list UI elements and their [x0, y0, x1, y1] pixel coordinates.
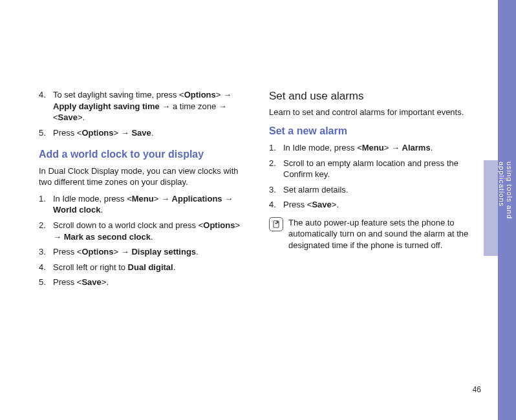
step-number: 1. [39, 193, 53, 216]
key: Menu [362, 143, 384, 152]
list-item: 3. Set alarm details. [269, 184, 478, 196]
key: Apply daylight saving time [53, 101, 160, 111]
manual-page: using tools and applications 4. To set d… [0, 0, 516, 420]
step-number: 2. [269, 158, 283, 180]
note-text: The auto power-up feature sets the phone… [288, 217, 478, 251]
step-text: Scroll to an empty alarm location and pr… [283, 158, 478, 180]
content-area: 4. To set daylight saving time, press <O… [39, 89, 478, 292]
step-number: 4. [39, 89, 53, 123]
key: Options [81, 128, 113, 138]
key: Save [131, 128, 151, 138]
step-text: Press <Save>. [283, 199, 478, 211]
text: >. [332, 200, 339, 209]
side-accent-tab [484, 160, 498, 256]
list-item: 4. To set daylight saving time, press <O… [39, 89, 248, 123]
text: > → [384, 143, 402, 152]
key: Save [58, 112, 78, 122]
step-text: To set daylight saving time, press <Opti… [53, 89, 248, 123]
key: Save [312, 200, 331, 209]
key: Options [184, 90, 216, 100]
right-column: Set and use alarms Learn to set and cont… [269, 89, 478, 292]
text: . [173, 262, 176, 272]
list-item: 2. Scroll down to a world clock and pres… [39, 220, 248, 242]
steps-daylight: 4. To set daylight saving time, press <O… [39, 89, 248, 138]
step-number: 5. [39, 127, 53, 139]
text: Press < [53, 247, 81, 257]
step-text: Press <Options> → Save. [53, 127, 248, 139]
step-number: 4. [39, 262, 53, 273]
list-item: 3. Press <Options> → Display settings. [39, 246, 248, 258]
steps-new-alarm: 1. In Idle mode, press <Menu> → Alarms. … [269, 142, 478, 211]
left-column: 4. To set daylight saving time, press <O… [39, 89, 248, 292]
text: >. [78, 112, 85, 122]
step-text: Scroll left or right to Dual digital. [53, 262, 248, 273]
section-label: using tools and applications [500, 162, 513, 265]
text: . [196, 247, 199, 257]
text: To set daylight saving time, press < [53, 90, 184, 100]
key: Display settings [131, 247, 196, 257]
step-number: 3. [39, 246, 53, 258]
step-text: Scroll down to a world clock and press <… [53, 220, 248, 242]
text: → [222, 194, 233, 204]
steps-world-clock: 1. In Idle mode, press <Menu> → Applicat… [39, 193, 248, 288]
key: Mark as second clock [64, 232, 151, 242]
page-number: 46 [473, 385, 481, 394]
text: Press < [53, 277, 81, 287]
text: . [151, 232, 153, 242]
step-number: 3. [269, 184, 283, 196]
key: World clock [53, 205, 100, 215]
step-number: 4. [269, 199, 283, 211]
step-text: Set alarm details. [283, 184, 478, 196]
paragraph: Learn to set and control alarms for impo… [269, 107, 478, 118]
text: Press < [283, 200, 312, 209]
text: In Idle mode, press < [283, 143, 362, 152]
text: > → [216, 90, 231, 100]
key: Options [81, 247, 113, 257]
step-text: Press <Save>. [53, 277, 248, 288]
step-number: 5. [39, 277, 53, 288]
key: Dual digital [128, 262, 173, 272]
key: Menu [132, 194, 154, 204]
note-icon [269, 217, 283, 231]
text: Press < [53, 128, 81, 138]
list-item: 5. Press <Options> → Save. [39, 127, 248, 139]
list-item: 5. Press <Save>. [39, 277, 248, 288]
list-item: 4. Press <Save>. [269, 199, 478, 211]
text: >. [102, 277, 109, 287]
paragraph: In Dual Clock Display mode, you can view… [39, 165, 248, 188]
text: . [151, 128, 154, 138]
list-item: 1. In Idle mode, press <Menu> → Applicat… [39, 193, 248, 216]
heading-new-alarm: Set a new alarm [269, 124, 478, 138]
step-text: Press <Options> → Display settings. [53, 246, 248, 258]
text: > → [114, 247, 132, 257]
text: > → [114, 128, 132, 138]
key: Alarms [402, 143, 431, 152]
text: Scroll down to a world clock and press < [53, 220, 203, 230]
heading-set-alarms: Set and use alarms [269, 89, 478, 104]
step-number: 1. [269, 142, 283, 154]
step-text: In Idle mode, press <Menu> → Application… [53, 193, 248, 216]
note-block: The auto power-up feature sets the phone… [269, 217, 478, 251]
step-number: 2. [39, 220, 53, 242]
list-item: 4. Scroll left or right to Dual digital. [39, 262, 248, 273]
text: . [100, 205, 103, 215]
key: Options [203, 220, 235, 230]
heading-add-world-clock: Add a world clock to your display [39, 147, 248, 162]
list-item: 1. In Idle mode, press <Menu> → Alarms. [269, 142, 478, 154]
text: Scroll left or right to [53, 262, 128, 272]
text: In Idle mode, press < [53, 194, 132, 204]
text: > → [154, 194, 172, 204]
text: . [431, 143, 433, 152]
step-text: In Idle mode, press <Menu> → Alarms. [283, 142, 478, 154]
key: Save [81, 277, 101, 287]
list-item: 2. Scroll to an empty alarm location and… [269, 158, 478, 180]
key: Applications [172, 194, 222, 204]
